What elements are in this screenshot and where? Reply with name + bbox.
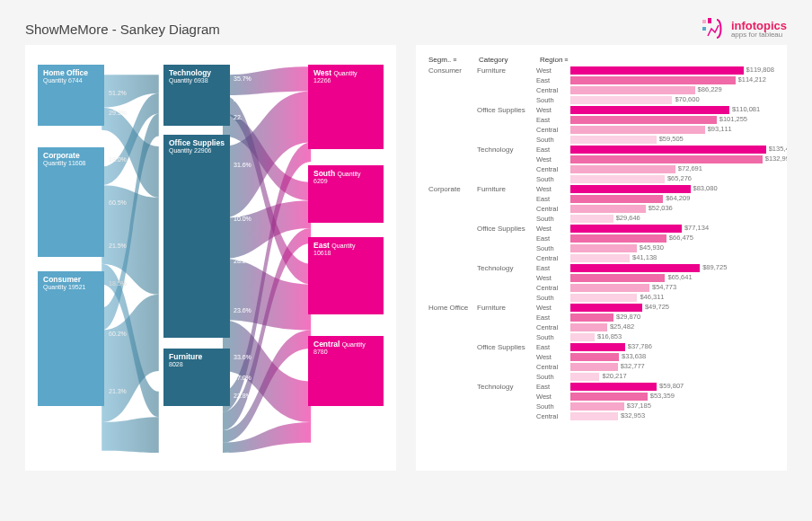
logo-tagline: apps for tableau [731, 31, 787, 39]
svg-rect-1 [708, 18, 711, 23]
bar [570, 304, 642, 312]
cell-region: East [536, 195, 570, 203]
table-row[interactable]: Central$72,691 [428, 164, 774, 174]
pct-label: 10.0% [234, 216, 252, 222]
bar-wrap: $25,482 [570, 323, 772, 331]
table-row[interactable]: West$65,641 [428, 273, 774, 283]
bar-wrap: $37,786 [570, 343, 772, 351]
cell-region: West [536, 66, 570, 75]
bar-rows: ConsumerFurnitureWest$119,808East$114,21… [428, 66, 774, 421]
node-technology[interactable]: Technology Quantity 6938 [163, 65, 230, 126]
bar-value: $41,138 [632, 253, 657, 261]
table-row[interactable]: East$29,870 [428, 313, 774, 322]
node-consumer[interactable]: Consumer Quantity 19521 [38, 271, 104, 406]
table-row[interactable]: South$70,600 [428, 95, 774, 105]
cell-region: South [536, 215, 570, 223]
bar-value: $114,212 [738, 75, 766, 84]
sort-icon[interactable]: ≡ [453, 57, 456, 63]
node-central[interactable]: Central Quantity 8780 [308, 336, 384, 406]
table-row[interactable]: South$65,276 [428, 174, 774, 184]
cell-category: Furniture [477, 185, 536, 193]
table-row[interactable]: South$59,505 [428, 135, 774, 145]
table-row[interactable]: East$64,209 [428, 194, 774, 204]
cell-region: Central [536, 412, 570, 420]
header-segment[interactable]: Segm.. [428, 56, 451, 64]
node-corporate[interactable]: Corporate Quantity 11608 [38, 147, 104, 257]
table-row[interactable]: South$37,185 [428, 402, 774, 411]
table-row[interactable]: Central$52,036 [428, 204, 774, 214]
table-row[interactable]: Central$32,953 [428, 411, 774, 421]
table-row[interactable]: TechnologyEast$59,807 [428, 382, 774, 392]
cell-category: Office Supplies [477, 106, 536, 114]
sankey-panel[interactable]: Home Office Quantity 6744 Corporate Quan… [25, 45, 396, 471]
node-office-supplies[interactable]: Office Supplies Quantity 22906 [163, 135, 230, 338]
cell-region: South [536, 175, 570, 183]
table-row[interactable]: Central$41,138 [428, 253, 774, 263]
table-row[interactable]: Central$93,111 [428, 125, 774, 135]
bar-panel[interactable]: Segm..≡ Category Region≡ ConsumerFurnitu… [416, 45, 787, 471]
cell-region: West [536, 304, 570, 312]
table-row[interactable]: East$101,255 [428, 115, 774, 125]
table-row[interactable]: East$66,475 [428, 234, 774, 243]
bar-wrap: $119,808 [570, 66, 772, 75]
table-row[interactable]: South$20,217 [428, 372, 774, 382]
table-row[interactable]: Home OfficeFurnitureWest$49,725 [428, 303, 774, 313]
node-west[interactable]: West Quantity 12266 [308, 65, 384, 149]
table-row[interactable]: Central$86,229 [428, 85, 774, 95]
table-row[interactable]: South$29,646 [428, 214, 774, 224]
table-row[interactable]: South$46,311 [428, 293, 774, 303]
cell-region: Central [536, 323, 570, 331]
pct-label: 31.6% [234, 162, 252, 168]
table-row[interactable]: South$45,930 [428, 243, 774, 253]
cell-region: East [536, 313, 570, 322]
bar-wrap: $52,036 [570, 205, 772, 213]
table-row[interactable]: West$33,638 [428, 352, 774, 362]
cell-region: West [536, 225, 570, 233]
bar-wrap: $114,212 [570, 76, 772, 84]
node-home-office[interactable]: Home Office Quantity 6744 [38, 65, 104, 126]
table-row[interactable]: Office SuppliesEast$37,786 [428, 342, 774, 352]
header-category[interactable]: Category [479, 56, 538, 64]
table-row[interactable]: Office SuppliesWest$110,081 [428, 105, 774, 115]
table-row[interactable]: TechnologyEast$135,441 [428, 145, 774, 155]
bar [570, 116, 717, 124]
node-furniture[interactable]: Furniture 8028 [163, 349, 230, 406]
bar-wrap: $135,441 [570, 146, 772, 154]
bar [570, 165, 675, 173]
bar-value: $65,276 [667, 174, 692, 182]
table-row[interactable]: Central$25,482 [428, 322, 774, 332]
header-region[interactable]: Region [540, 56, 562, 64]
pct-label: 23.6% [234, 307, 252, 313]
table-row[interactable]: West$132,992 [428, 155, 774, 164]
table-row[interactable]: TechnologyEast$89,725 [428, 263, 774, 273]
cell-region: South [536, 136, 570, 144]
node-east[interactable]: East Quantity 10618 [308, 237, 384, 314]
node-south[interactable]: South Quantity 6209 [308, 165, 384, 223]
bar-value: $49,725 [645, 303, 669, 311]
table-row[interactable]: Central$54,773 [428, 283, 774, 293]
bar-value: $77,134 [684, 224, 709, 232]
bar [570, 264, 700, 272]
table-row[interactable]: Office SuppliesWest$77,134 [428, 224, 774, 234]
bar-value: $32,777 [621, 362, 645, 370]
table-row[interactable]: ConsumerFurnitureWest$119,808 [428, 66, 774, 75]
cell-category: Furniture [477, 66, 536, 75]
cell-category: Technology [477, 146, 536, 154]
bar [570, 244, 637, 252]
cell-region: West [536, 393, 570, 401]
sort-icon[interactable]: ≡ [564, 57, 568, 63]
cell-region: Central [536, 205, 570, 213]
cell-category: Office Supplies [477, 343, 536, 351]
table-row[interactable]: East$114,212 [428, 75, 774, 85]
bar-wrap: $53,359 [570, 393, 772, 401]
bar-value: $32,953 [621, 411, 645, 419]
cell-region: South [536, 333, 570, 341]
table-row[interactable]: Central$32,777 [428, 362, 774, 372]
table-row[interactable]: West$53,359 [428, 392, 774, 402]
bar-value: $70,600 [675, 95, 699, 103]
table-row[interactable]: South$16,853 [428, 332, 774, 342]
table-row[interactable]: CorporateFurnitureWest$83,080 [428, 184, 774, 194]
bar-value: $72,691 [678, 164, 702, 172]
bar-wrap: $45,930 [570, 244, 772, 252]
bar-wrap: $132,992 [570, 155, 772, 163]
